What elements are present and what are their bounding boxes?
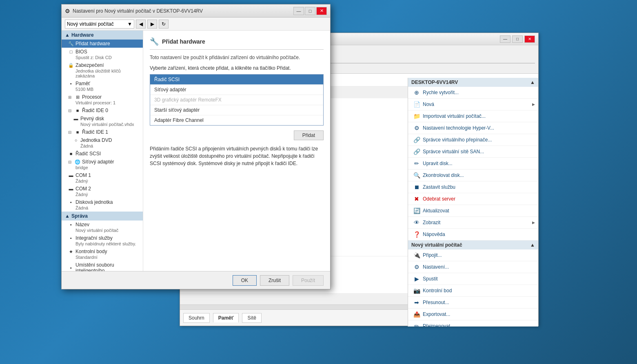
- sidebar-dvd-sub: Žádná: [73, 143, 93, 148]
- processor-expand: ⊞: [68, 95, 73, 99]
- sidebar-item-security[interactable]: 🔒 Zabezpečení Jednotka úložiště klíčů za…: [62, 61, 143, 79]
- sidebar-processor-sub: Virtuální procesor: 1: [68, 100, 115, 105]
- back-button[interactable]: ◀: [136, 20, 146, 29]
- sidebar-item-ide1[interactable]: ⊟ ■ Řadič IDE 1: [62, 128, 143, 136]
- sidebar-harddisk-sub: Nový virtuální počítač.vhdx: [73, 122, 134, 127]
- action-vm-settings[interactable]: ⚙ Nastavení...: [408, 261, 538, 273]
- tab-pamet[interactable]: Paměť: [213, 313, 239, 322]
- forward-button[interactable]: ▶: [147, 20, 157, 29]
- memory-icon: ▪: [68, 81, 74, 86]
- action-view[interactable]: 👁 Zobrazit: [408, 217, 538, 229]
- dialog-close[interactable]: ✕: [316, 7, 327, 15]
- tab-site[interactable]: Sítě: [242, 313, 261, 323]
- action-edit-disk[interactable]: ✏ Upravit disk...: [408, 158, 538, 170]
- sidebar-item-com1[interactable]: ▬ COM 1 Žádný: [62, 171, 143, 185]
- dvd-icon: ○: [73, 137, 79, 143]
- action-vsan[interactable]: 🔗 Správce virtuální sítě SAN...: [408, 146, 538, 158]
- sidebar-ide1-label: Řadič IDE 1: [82, 129, 108, 135]
- action-refresh[interactable]: 🔄 Aktualizovat: [408, 205, 538, 217]
- sidebar-integration-sub: Byly nabídnuty některé služby.: [68, 241, 136, 246]
- vm-dropdown-value: Nový virtuální počítač: [67, 21, 114, 27]
- hyperv-controls[interactable]: — □ ✕: [500, 35, 535, 43]
- collapse-server-icon[interactable]: ▲: [530, 79, 535, 85]
- sidebar-bios-label: BIOS: [75, 49, 87, 55]
- sidebar-item-floppy[interactable]: ▪ Disková jednotka Žádná: [62, 198, 143, 212]
- sidebar-item-bios[interactable]: □ BIOS Spustit z: Disk CD: [62, 48, 143, 61]
- action-move[interactable]: ➡ Přesunout...: [408, 297, 538, 309]
- sidebar-integration-label: Integrační služby: [75, 235, 113, 241]
- sidebar-item-processor[interactable]: ⊞ ⊞ Procesor Virtuální procesor: 1: [62, 93, 143, 106]
- sidebar-item-smart-paging[interactable]: ▪ Umístění souboru inteligentního ... C:…: [62, 261, 143, 271]
- device-item-fibre[interactable]: Adaptér Fibre Channel: [150, 115, 323, 125]
- sidebar-item-scsi[interactable]: ■ Řadič SCSI: [62, 150, 143, 158]
- sidebar-dvd-label: Jednotka DVD: [80, 137, 112, 143]
- maximize-btn[interactable]: □: [512, 35, 523, 43]
- sidebar-item-add-hardware[interactable]: 🔧 Přidat hardware: [62, 40, 143, 48]
- action-export[interactable]: 📤 Exportovat...: [408, 309, 538, 320]
- sidebar-memory-sub: 5100 MB: [68, 87, 93, 92]
- action-quick-create[interactable]: ⊕ Rychle vytvořit...: [408, 87, 538, 99]
- com1-icon: ▬: [68, 172, 74, 178]
- action-connect[interactable]: 🔌 Připojit...: [408, 249, 538, 261]
- checkpoint-icon: 📷: [413, 287, 420, 294]
- add-button-row: Přidat: [150, 130, 324, 140]
- edit-disk-icon: ✏: [413, 160, 420, 167]
- device-list: Řadič SCSI Síťový adaptér 3D grafický ad…: [150, 74, 324, 126]
- sidebar-item-name[interactable]: ▪ Název Nový virtuální počítač: [62, 221, 143, 234]
- management-section-arrow: ▲: [65, 213, 70, 219]
- action-remove-server[interactable]: ✖ Odebrat server: [408, 193, 538, 205]
- connect-icon: 🔌: [413, 251, 420, 259]
- sidebar-item-harddisk[interactable]: ▬ Pevný disk Nový virtuální počítač.vhdx: [62, 115, 143, 128]
- inspect-disk-icon: 🔍: [413, 172, 420, 179]
- dialog-minimize[interactable]: —: [293, 7, 304, 15]
- sidebar-bios-sub: Spustit z: Disk CD: [68, 55, 112, 60]
- move-icon: ➡: [413, 299, 420, 306]
- sidebar-item-dvd[interactable]: ○ Jednotka DVD Žádná: [62, 136, 143, 150]
- panel-title-icon: 🔧: [150, 37, 159, 46]
- action-inspect-disk[interactable]: 🔍 Zkontrolovat disk...: [408, 170, 538, 181]
- dropdown-arrow: ▼: [127, 21, 132, 27]
- server-help-icon: ❓: [413, 231, 420, 238]
- sidebar-item-integration[interactable]: ▪ Integrační služby Byly nabídnuty někte…: [62, 234, 143, 247]
- device-item-scsi[interactable]: Řadič SCSI: [150, 75, 323, 85]
- action-import[interactable]: 📁 Importovat virtuální počítač...: [408, 110, 538, 122]
- device-item-legacy-network[interactable]: Starší síťový adaptér: [150, 105, 323, 115]
- sidebar-item-com2[interactable]: ▬ COM 2 Žádný: [62, 185, 143, 198]
- sidebar-com1-sub: Žádný: [68, 179, 88, 183]
- action-server-help[interactable]: ❓ Nápověda: [408, 229, 538, 240]
- ok-button[interactable]: OK: [233, 275, 257, 286]
- sidebar-item-ide0[interactable]: ⊟ ■ Řadič IDE 0: [62, 106, 143, 115]
- dialog-maximize[interactable]: □: [305, 7, 315, 15]
- horizontal-scrollbar[interactable]: [180, 304, 408, 309]
- processor-icon: ⊞: [75, 94, 80, 100]
- cancel-button[interactable]: Zrušit: [260, 275, 289, 286]
- actions-panel: DESKTOP-6VV14RV ▲ ⊕ Rychle vytvořit... 📄…: [408, 78, 538, 326]
- sidebar-item-checkpoints[interactable]: ★ Kontrolní body Standardní: [62, 247, 143, 261]
- sidebar-item-memory[interactable]: ▪ Paměť 5100 MB: [62, 79, 143, 93]
- tab-souhrn[interactable]: Souhrn: [183, 313, 210, 323]
- sidebar-com1-label: COM 1: [75, 172, 91, 178]
- refresh-button[interactable]: ↻: [159, 20, 169, 29]
- sidebar-item-network[interactable]: ⊟ 🌐 Síťový adaptér bridge: [62, 158, 143, 171]
- sidebar-name-sub: Nový virtuální počítač: [68, 228, 118, 233]
- action-vswitch[interactable]: 🔗 Správce virtuálního přepínače...: [408, 134, 538, 146]
- action-hyperv-settings[interactable]: ⚙ Nastavení technologie Hyper-V...: [408, 122, 538, 134]
- apply-button[interactable]: Použít: [293, 275, 324, 286]
- right-panel: 🔧 Přidat hardware Toto nastavení lze pou…: [143, 31, 330, 271]
- close-btn[interactable]: ✕: [524, 35, 535, 43]
- sidebar-security-sub: Jednotka úložiště klíčů zakázána: [68, 68, 140, 78]
- device-item-network[interactable]: Síťový adaptér: [150, 85, 323, 95]
- bios-icon: □: [68, 49, 74, 55]
- dialog-footer: OK Zrušit Použít: [62, 271, 330, 289]
- action-start[interactable]: ▶ Spustit: [408, 273, 538, 285]
- collapse-vm-icon[interactable]: ▲: [530, 242, 535, 248]
- action-stop-service[interactable]: ⏹ Zastavit službu: [408, 181, 538, 193]
- hardware-section-label: Hardware: [71, 32, 94, 38]
- minimize-btn[interactable]: —: [500, 35, 510, 43]
- panel-title-row: 🔧 Přidat hardware: [150, 37, 324, 50]
- add-button[interactable]: Přidat: [294, 130, 324, 140]
- vm-dropdown[interactable]: Nový virtuální počítač ▼: [65, 20, 134, 29]
- action-checkpoint[interactable]: 📷 Kontrolní bod: [408, 285, 538, 297]
- action-new[interactable]: 📄 Nová: [408, 99, 538, 110]
- action-rename[interactable]: ✏ Přejmenovat...: [408, 320, 538, 326]
